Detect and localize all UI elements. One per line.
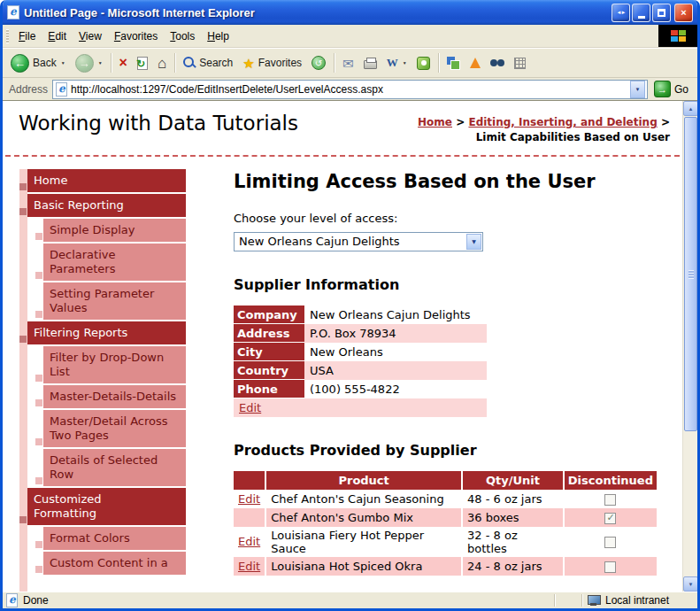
toolbar-extra-button-2[interactable] [465, 55, 485, 71]
resize-arrows-icon: ◄► [617, 10, 626, 15]
table-row: Edit [234, 398, 487, 417]
mail-button[interactable]: ✉ [338, 54, 358, 73]
table-row: City New Orleans [234, 343, 487, 361]
standard-buttons-toolbar: ← Back ▼ → ▼ × ↻ ⌂ Search ★ Favorites ↺ … [3, 48, 697, 78]
sidebar-item-details-of-selected-row[interactable]: Details of Selected Row [43, 449, 186, 486]
table-row: Edit Chef Anton's Cajun Seasoning 48 - 6… [234, 490, 657, 508]
menu-view[interactable]: View [73, 27, 108, 46]
products-header-edit [234, 471, 265, 490]
menu-edit[interactable]: Edit [42, 27, 73, 46]
search-button[interactable]: Search [179, 54, 237, 72]
sidebar-item-master-detail-across-two-pages[interactable]: Master/Detail Across Two Pages [43, 410, 186, 447]
toolbar-extra-button-1[interactable] [442, 54, 465, 73]
product-name-cell: Louisiana Fiery Hot Pepper Sauce [265, 527, 462, 557]
chevron-down-icon: ▼ [61, 60, 65, 66]
breadcrumb-separator: > [456, 116, 465, 128]
sidebar-item-declarative-parameters[interactable]: Declarative Parameters [43, 244, 186, 281]
toolbar-separator [174, 53, 175, 73]
table-row: Phone (100) 555-4822 [234, 380, 487, 398]
product-discontinued-cell [564, 527, 657, 557]
menu-help[interactable]: Help [201, 27, 235, 46]
products-header-product: Product [265, 471, 462, 490]
sidebar-item-home[interactable]: Home [27, 169, 186, 192]
scroll-up-button[interactable]: ▲ [683, 101, 698, 116]
forward-button[interactable]: → ▼ [71, 51, 107, 75]
product-edit-link[interactable]: Edit [238, 560, 260, 573]
home-icon: ⌂ [158, 56, 166, 71]
title-bar: Untitled Page - Microsoft Internet Explo… [3, 0, 697, 25]
menu-favorites[interactable]: Favorites [108, 27, 164, 46]
vertical-scrollbar[interactable]: ▲ ▼ [682, 101, 697, 592]
sidebar-item-custom-content[interactable]: Custom Content in a [43, 552, 186, 575]
sidebar-item-simple-display[interactable]: Simple Display [43, 219, 186, 242]
messenger-button[interactable] [412, 54, 435, 73]
status-bar: Done Local intranet [3, 592, 697, 608]
restore-arrows-button[interactable]: ◄► [612, 4, 630, 22]
back-button[interactable]: ← Back ▼ [6, 51, 70, 75]
edit-button[interactable]: W▼ [382, 53, 412, 73]
address-box: ▼ [52, 80, 648, 99]
status-left: Done [6, 593, 550, 607]
products-header-qty: Qty/Unit [462, 471, 564, 490]
access-level-label: Choose your level of access: [234, 212, 658, 225]
menu-file[interactable]: File [12, 27, 42, 46]
sidebar-item-customized-formatting[interactable]: Customized Formatting [27, 488, 186, 525]
security-zone-pane: Local intranet [586, 594, 694, 607]
menu-tools[interactable]: Tools [164, 27, 201, 46]
product-qty-cell: 24 - 8 oz jars [462, 557, 564, 576]
sidebar-item-format-colors[interactable]: Format Colors [43, 527, 186, 550]
sidebar-item-filtering-reports[interactable]: Filtering Reports [27, 321, 186, 344]
favorites-button[interactable]: ★ Favorites [238, 54, 306, 73]
favorites-star-icon: ★ [242, 57, 254, 70]
scroll-thumb[interactable] [684, 117, 697, 431]
product-edit-link[interactable]: Edit [238, 492, 260, 506]
breadcrumb-line1: Home > Editing, Inserting, and Deleting … [378, 115, 670, 130]
go-icon: → [654, 81, 671, 97]
address-bar: Address ▼ → Go [3, 78, 697, 101]
products-table: Product Qty/Unit Discontinued Edit Chef … [234, 471, 657, 576]
refresh-button[interactable]: ↻ [133, 54, 152, 73]
toolbar-extra-button-4[interactable] [510, 55, 530, 72]
sidebar-item-filter-by-dropdown-list[interactable]: Filter by Drop-Down List [43, 346, 186, 383]
back-icon: ← [11, 54, 29, 73]
chevron-down-icon: ▼ [98, 60, 103, 66]
forward-icon: → [75, 54, 94, 73]
access-level-dropdown[interactable]: New Orleans Cajun Delights ▼ [234, 232, 483, 251]
history-button[interactable]: ↺ [307, 53, 330, 73]
content-area: Home Basic Reporting Simple Display Decl… [3, 157, 682, 592]
binoculars-icon [490, 59, 504, 67]
breadcrumb-link-section[interactable]: Editing, Inserting, and Deleting [468, 116, 657, 128]
layers-icon [447, 57, 460, 70]
supplier-field-value: USA [304, 361, 487, 380]
favorites-label: Favorites [258, 57, 302, 69]
close-button[interactable]: × [674, 4, 693, 22]
supplier-heading: Supplier Information [234, 276, 658, 293]
address-input[interactable] [71, 83, 627, 96]
scroll-down-button[interactable]: ▼ [683, 576, 698, 592]
toolbar-extra-button-3[interactable] [486, 57, 509, 70]
breadcrumb-link-home[interactable]: Home [418, 116, 452, 128]
menu-bar: File Edit View Favorites Tools Help [3, 25, 697, 48]
products-header-discontinued: Discontinued [564, 471, 657, 490]
sidebar-item-setting-parameter-values[interactable]: Setting Parameter Values [43, 282, 186, 320]
product-edit-cell: Edit [234, 490, 265, 508]
supplier-edit-link[interactable]: Edit [239, 401, 261, 414]
maximize-button[interactable] [652, 4, 671, 22]
address-dropdown-button[interactable]: ▼ [630, 81, 645, 98]
table-row: Company New Orleans Cajun Delights [234, 306, 487, 324]
product-name-cell: Chef Anton's Gumbo Mix [265, 508, 462, 527]
minimize-button[interactable] [632, 4, 650, 22]
table-header-row: Product Qty/Unit Discontinued [234, 471, 657, 490]
print-button[interactable] [359, 55, 381, 72]
maximize-icon [658, 9, 665, 17]
stop-button[interactable]: × [115, 53, 132, 73]
sidebar-item-master-details-details[interactable]: Master-Details-Details [43, 385, 186, 408]
home-button[interactable]: ⌂ [153, 53, 171, 73]
sidebar-item-basic-reporting[interactable]: Basic Reporting [27, 194, 186, 217]
grid-icon [514, 58, 526, 69]
main-content: Limiting Access Based on the User Choose… [234, 169, 658, 592]
go-button[interactable]: → Go [652, 81, 694, 97]
access-level-selected-value: New Orleans Cajun Delights [239, 235, 400, 248]
product-edit-link[interactable]: Edit [238, 535, 260, 548]
product-qty-cell: 32 - 8 oz bottles [462, 527, 564, 557]
